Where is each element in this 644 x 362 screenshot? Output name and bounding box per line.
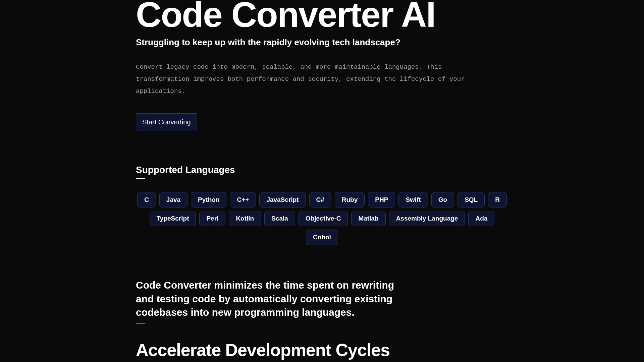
- hero-description: Convert legacy code into modern, scalabl…: [136, 61, 488, 97]
- language-pill[interactable]: Kotlin: [229, 211, 261, 226]
- accelerate-title: Accelerate Development Cycles – let our …: [136, 340, 397, 362]
- language-pill[interactable]: Scala: [264, 211, 295, 226]
- start-converting-button[interactable]: Start Converting: [136, 113, 197, 131]
- language-pill[interactable]: Objective-C: [299, 211, 348, 226]
- language-pill[interactable]: JavaScript: [259, 192, 306, 207]
- language-pill[interactable]: Perl: [199, 211, 225, 226]
- language-pill[interactable]: SQL: [458, 192, 485, 207]
- language-pill[interactable]: C: [137, 192, 156, 207]
- language-pill[interactable]: C#: [309, 192, 331, 207]
- hero-subtitle: Struggling to keep up with the rapidly e…: [136, 37, 508, 48]
- language-pill[interactable]: PHP: [368, 192, 395, 207]
- language-pill[interactable]: Swift: [398, 192, 428, 207]
- language-pill[interactable]: Assembly Language: [389, 211, 465, 226]
- language-pill[interactable]: R: [488, 192, 507, 207]
- hero-title: Code Converter AI: [136, 0, 508, 32]
- language-grid: CJavaPythonC++JavaScriptC#RubyPHPSwiftGo…: [136, 192, 508, 245]
- language-pill[interactable]: Cobol: [306, 230, 338, 245]
- language-pill[interactable]: Go: [431, 192, 454, 207]
- language-pill[interactable]: Ruby: [335, 192, 365, 207]
- language-pill[interactable]: TypeScript: [150, 211, 196, 226]
- language-pill[interactable]: Python: [191, 192, 226, 207]
- language-pill[interactable]: Ada: [468, 211, 494, 226]
- supported-languages-heading: Supported Languages: [136, 165, 508, 179]
- language-pill[interactable]: Matlab: [351, 211, 385, 226]
- benefit-text: Code Converter minimizes the time spent …: [136, 279, 411, 323]
- language-pill[interactable]: Java: [159, 192, 187, 207]
- language-pill[interactable]: C++: [230, 192, 256, 207]
